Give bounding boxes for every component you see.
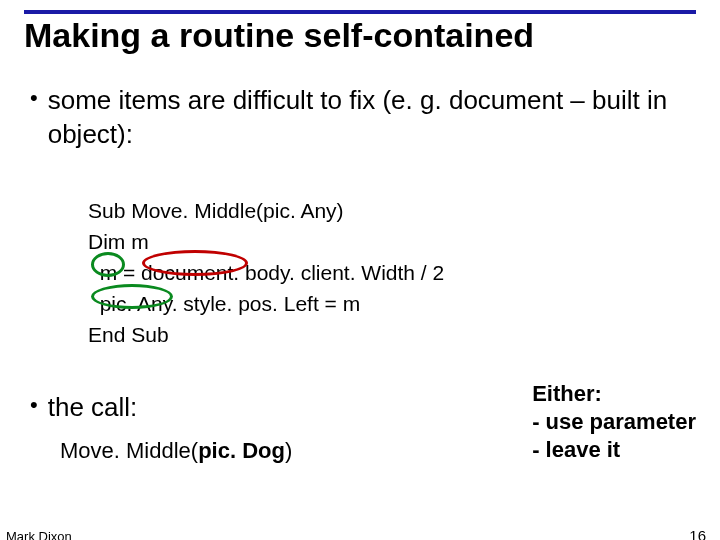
code-line-4: pic. Any. style. pos. Left = m (88, 288, 696, 319)
bullet-1-text: some items are difficult to fix (e. g. d… (48, 83, 696, 151)
note-line-2: - use parameter (532, 408, 696, 436)
footer-author: Mark Dixon (6, 529, 72, 540)
bullet-list: • some items are difficult to fix (e. g.… (24, 83, 696, 151)
call-prefix: Move. Middle( (60, 438, 198, 463)
bullet-dot-icon: • (30, 83, 38, 151)
call-suffix: ) (285, 438, 292, 463)
code-line-1: Sub Move. Middle(pic. Any) (88, 195, 696, 226)
slide-title: Making a routine self-contained (24, 16, 696, 55)
title-rule (24, 10, 696, 14)
code-block: Sub Move. Middle(pic. Any) Dim m m = doc… (88, 195, 696, 350)
call-arg: pic. Dog (198, 438, 285, 463)
code-line-5: End Sub (88, 319, 696, 350)
note-box: Either: - use parameter - leave it (532, 380, 696, 464)
slide: Making a routine self-contained • some i… (0, 10, 720, 540)
bullet-dot-icon: • (30, 390, 38, 424)
note-line-3: - leave it (532, 436, 696, 464)
code-line-2: Dim m (88, 226, 696, 257)
note-line-1: Either: (532, 380, 696, 408)
footer-page-number: 16 (689, 527, 706, 540)
code-line-3: m = document. body. client. Width / 2 (88, 257, 696, 288)
bullet-1: • some items are difficult to fix (e. g.… (30, 83, 696, 151)
bullet-2-text: the call: (48, 390, 138, 424)
